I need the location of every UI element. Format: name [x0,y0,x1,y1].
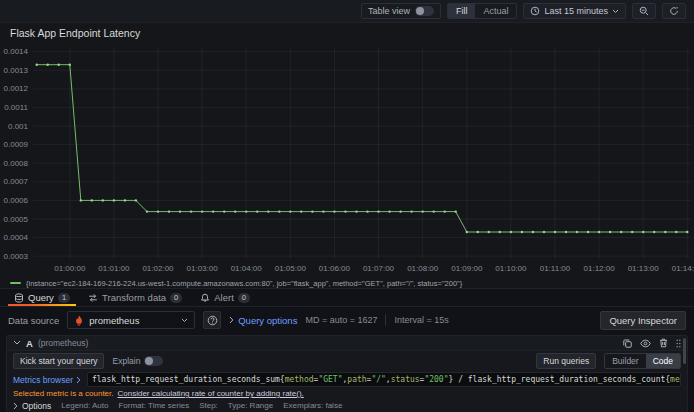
max-data-points-summary: MD = auto = 1627 [305,315,377,325]
time-range-label: Last 15 minutes [544,6,608,16]
svg-text:01:03:00: 01:03:00 [187,264,219,273]
options-toggle[interactable]: Options [13,401,51,411]
fill-button[interactable]: Fill [448,4,476,18]
query-actions-row: Kick start your query Explain Run querie… [7,351,687,371]
svg-text:01:00:00: 01:00:00 [54,264,86,273]
svg-text:0.0005: 0.0005 [4,215,29,224]
topbar: Table view Fill Actual Last 15 minutes [0,0,694,23]
svg-text:0.0008: 0.0008 [4,159,29,168]
chevron-right-icon [13,402,18,410]
legend: {instance="ec2-184-169-216-224.us-west-1… [0,277,694,289]
latency-panel: Flask App Endpoint Latency 0.00140.00130… [0,23,694,289]
builder-code-group: Builder Code [604,353,681,369]
fill-actual-group: Fill Actual [447,3,518,19]
tab-transform-data[interactable]: Transform data 0 [80,289,190,306]
options-label: Options [22,401,51,411]
chevron-right-icon [229,316,234,324]
svg-text:01:10:00: 01:10:00 [495,264,527,273]
svg-text:01:06:00: 01:06:00 [319,264,351,273]
svg-text:0.0006: 0.0006 [4,196,29,205]
tab-transform-label: Transform data [102,292,166,303]
chevron-down-icon [181,318,188,323]
svg-text:0.0014: 0.0014 [4,47,29,56]
datasource-picker[interactable]: prometheus [67,311,195,329]
run-queries-button[interactable]: Run queries [536,353,596,369]
datasource-value: prometheus [89,315,176,326]
warning-fix-link[interactable]: Consider calculating rate of counter by … [118,389,304,398]
svg-text:01:05:00: 01:05:00 [275,264,307,273]
datasource-label: Data source [8,315,59,326]
svg-text:0.0011: 0.0011 [4,103,28,112]
svg-text:01:12:00: 01:12:00 [584,264,616,273]
svg-text:01:14:00: 01:14:00 [672,264,694,273]
svg-text:0.0009: 0.0009 [4,140,29,149]
svg-text:0.001: 0.001 [8,122,29,131]
metrics-browser-button[interactable]: Metrics browser [13,375,81,385]
datasource-help-button[interactable] [203,311,221,329]
counter-warning: Selected metric is a counter. Consider c… [7,388,687,399]
options-summary: Legend: AutoFormat: Time seriesStep:Type… [61,401,342,410]
tab-alert[interactable]: Alert 0 [192,289,258,306]
code-radio[interactable]: Code [646,354,680,368]
series-color-mark [10,282,21,284]
tab-transform-count: 0 [170,293,182,303]
drag-handle-icon[interactable] [676,339,681,348]
svg-text:01:08:00: 01:08:00 [407,264,439,273]
series-label[interactable]: {instance="ec2-184-169-216-224.us-west-1… [26,279,462,288]
kick-start-query-button[interactable]: Kick start your query [13,353,104,369]
svg-text:01:11:00: 01:11:00 [540,264,571,273]
query-code-row: Metrics browser flask_http_request_durat… [7,371,687,388]
transform-icon [88,293,98,303]
metrics-browser-label: Metrics browser [13,375,73,385]
zoom-out-button[interactable] [632,3,656,19]
promql-expression-input[interactable]: flask_http_request_duration_seconds_sum{… [87,372,681,387]
grafana-app: Table view Fill Actual Last 15 minutes [0,0,694,412]
tab-query-label: Query [28,292,54,303]
svg-text:0.0003: 0.0003 [4,252,29,261]
table-view-toggle[interactable] [415,6,434,16]
tab-query[interactable]: Query 1 [6,289,78,306]
tab-query-count: 1 [58,293,70,303]
svg-text:01:01:00: 01:01:00 [98,264,130,273]
warning-text: Selected metric is a counter. [13,389,114,398]
chevron-down-icon [612,9,619,14]
svg-text:0.0007: 0.0007 [4,177,29,186]
refresh-button[interactable] [662,3,686,19]
tab-alert-count: 0 [238,293,250,303]
remove-query-trash-icon[interactable] [659,338,668,348]
toggle-knob [416,7,424,15]
tab-alert-label: Alert [214,292,234,303]
svg-text:01:04:00: 01:04:00 [231,264,263,273]
explain-toggle[interactable] [144,356,163,366]
query-datasource-hint: (prometheus) [38,338,89,348]
collapse-chevron-icon [13,340,21,346]
chevron-right-icon [76,376,81,384]
question-circle-icon [207,315,218,326]
zoom-out-icon [639,6,649,16]
table-view-label: Table view [368,6,410,16]
hide-response-eye-icon[interactable] [640,339,651,348]
svg-text:01:02:00: 01:02:00 [142,264,174,273]
svg-text:01:13:00: 01:13:00 [628,264,660,273]
query-options-toggle[interactable]: Query options [229,315,297,326]
builder-radio[interactable]: Builder [605,354,645,368]
svg-text:0.0013: 0.0013 [4,66,29,75]
interval-summary: Interval = 15s [394,315,448,325]
query-inspector-button[interactable]: Query Inspector [600,311,686,330]
query-editor-card: A (prometheus) [6,335,688,412]
svg-text:01:07:00: 01:07:00 [363,264,395,273]
time-range-picker[interactable]: Last 15 minutes [523,3,626,19]
query-row-actions [623,338,681,348]
query-options-row: Options Legend: AutoFormat: Time seriesS… [7,399,687,412]
query-row-header[interactable]: A (prometheus) [7,336,687,351]
svg-text:01:09:00: 01:09:00 [451,264,483,273]
database-icon [14,293,24,303]
query-ref-id: A [26,338,33,349]
latency-chart[interactable]: 0.00140.00130.00120.00110.0010.00090.000… [0,41,694,277]
clock-icon [530,6,540,16]
duplicate-query-icon[interactable] [623,339,632,348]
scrollbar-thumb[interactable] [683,338,686,364]
table-view-control: Table view [361,3,441,19]
actual-button[interactable]: Actual [475,4,516,18]
bell-icon [200,293,210,303]
